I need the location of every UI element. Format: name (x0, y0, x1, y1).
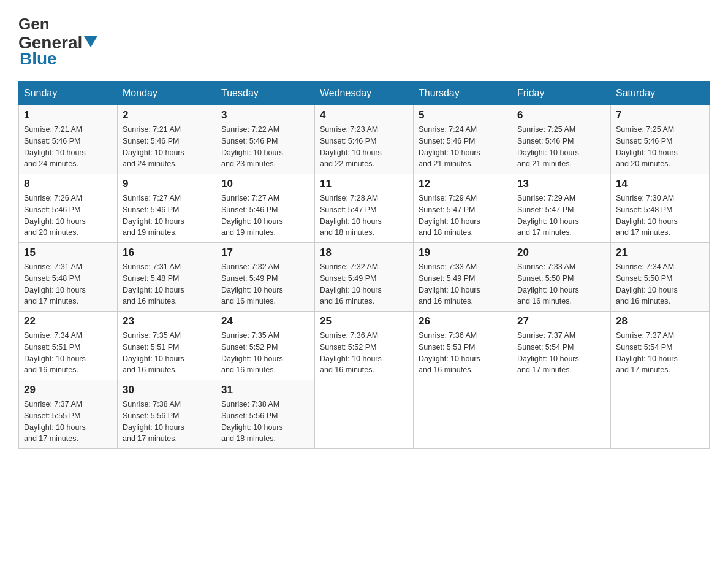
logo-blue-text: Blue (20, 49, 57, 68)
header-sunday: Sunday (19, 82, 118, 105)
day-number: 8 (24, 178, 112, 190)
day-number: 9 (123, 178, 211, 190)
day-info: Sunrise: 7:36 AMSunset: 5:52 PMDaylight:… (320, 330, 408, 376)
calendar-cell: 31Sunrise: 7:38 AMSunset: 5:56 PMDayligh… (216, 380, 315, 449)
day-info: Sunrise: 7:25 AMSunset: 5:46 PMDaylight:… (616, 124, 704, 170)
day-info: Sunrise: 7:28 AMSunset: 5:47 PMDaylight:… (320, 193, 408, 239)
calendar-cell: 5Sunrise: 7:24 AMSunset: 5:46 PMDaylight… (414, 105, 512, 174)
day-info: Sunrise: 7:32 AMSunset: 5:49 PMDaylight:… (320, 261, 408, 307)
calendar-cell: 21Sunrise: 7:34 AMSunset: 5:50 PMDayligh… (611, 243, 710, 312)
calendar-cell (512, 380, 611, 449)
calendar-cell: 23Sunrise: 7:35 AMSunset: 5:51 PMDayligh… (118, 312, 216, 380)
day-number: 17 (221, 247, 309, 259)
day-info: Sunrise: 7:34 AMSunset: 5:51 PMDaylight:… (24, 330, 112, 376)
calendar-table: SundayMondayTuesdayWednesdayThursdayFrid… (18, 81, 710, 449)
day-info: Sunrise: 7:35 AMSunset: 5:52 PMDaylight:… (221, 330, 309, 376)
header-monday: Monday (118, 82, 216, 105)
calendar-cell: 30Sunrise: 7:38 AMSunset: 5:56 PMDayligh… (118, 380, 216, 449)
calendar-cell: 9Sunrise: 7:27 AMSunset: 5:46 PMDaylight… (118, 174, 216, 243)
calendar-cell: 11Sunrise: 7:28 AMSunset: 5:47 PMDayligh… (315, 174, 414, 243)
day-number: 26 (419, 315, 507, 327)
day-info: Sunrise: 7:38 AMSunset: 5:56 PMDaylight:… (221, 399, 309, 445)
calendar-cell (414, 380, 512, 449)
calendar-cell: 19Sunrise: 7:33 AMSunset: 5:49 PMDayligh… (414, 243, 512, 312)
calendar-cell: 8Sunrise: 7:26 AMSunset: 5:46 PMDaylight… (19, 174, 118, 243)
day-number: 5 (419, 109, 507, 121)
calendar-cell: 13Sunrise: 7:29 AMSunset: 5:47 PMDayligh… (512, 174, 611, 243)
calendar-cell (611, 380, 710, 449)
calendar-cell: 14Sunrise: 7:30 AMSunset: 5:48 PMDayligh… (611, 174, 710, 243)
logo-arrow-icon (84, 36, 97, 52)
calendar-cell: 12Sunrise: 7:29 AMSunset: 5:47 PMDayligh… (414, 174, 512, 243)
day-info: Sunrise: 7:21 AMSunset: 5:46 PMDaylight:… (24, 124, 112, 170)
header-friday: Friday (512, 82, 611, 105)
day-number: 11 (320, 178, 408, 190)
calendar-week-row: 15Sunrise: 7:31 AMSunset: 5:48 PMDayligh… (19, 243, 710, 312)
calendar-cell: 28Sunrise: 7:37 AMSunset: 5:54 PMDayligh… (611, 312, 710, 380)
calendar-week-row: 22Sunrise: 7:34 AMSunset: 5:51 PMDayligh… (19, 312, 710, 380)
header-tuesday: Tuesday (216, 82, 315, 105)
day-number: 29 (24, 384, 112, 396)
day-number: 7 (616, 109, 704, 121)
calendar-cell: 24Sunrise: 7:35 AMSunset: 5:52 PMDayligh… (216, 312, 315, 380)
day-info: Sunrise: 7:31 AMSunset: 5:48 PMDaylight:… (123, 261, 211, 307)
day-info: Sunrise: 7:31 AMSunset: 5:48 PMDaylight:… (24, 261, 112, 307)
day-number: 27 (517, 315, 605, 327)
day-number: 25 (320, 315, 408, 327)
day-number: 16 (123, 247, 211, 259)
day-info: Sunrise: 7:29 AMSunset: 5:47 PMDaylight:… (517, 193, 605, 239)
day-info: Sunrise: 7:24 AMSunset: 5:46 PMDaylight:… (419, 124, 507, 170)
logo: General General Blue (18, 12, 99, 69)
calendar-cell: 7Sunrise: 7:25 AMSunset: 5:46 PMDaylight… (611, 105, 710, 174)
day-number: 1 (24, 109, 112, 121)
day-number: 14 (616, 178, 704, 190)
day-info: Sunrise: 7:29 AMSunset: 5:47 PMDaylight:… (419, 193, 507, 239)
calendar-cell: 10Sunrise: 7:27 AMSunset: 5:46 PMDayligh… (216, 174, 315, 243)
day-number: 24 (221, 315, 309, 327)
calendar-cell: 2Sunrise: 7:21 AMSunset: 5:46 PMDaylight… (118, 105, 216, 174)
header-thursday: Thursday (414, 82, 512, 105)
day-number: 6 (517, 109, 605, 121)
day-info: Sunrise: 7:37 AMSunset: 5:55 PMDaylight:… (24, 399, 112, 445)
page-header: General General Blue (18, 12, 710, 69)
calendar-cell: 16Sunrise: 7:31 AMSunset: 5:48 PMDayligh… (118, 243, 216, 312)
calendar-cell: 15Sunrise: 7:31 AMSunset: 5:48 PMDayligh… (19, 243, 118, 312)
day-info: Sunrise: 7:23 AMSunset: 5:46 PMDaylight:… (320, 124, 408, 170)
calendar-header-row: SundayMondayTuesdayWednesdayThursdayFrid… (19, 82, 710, 105)
day-number: 18 (320, 247, 408, 259)
day-info: Sunrise: 7:35 AMSunset: 5:51 PMDaylight:… (123, 330, 211, 376)
calendar-cell: 6Sunrise: 7:25 AMSunset: 5:46 PMDaylight… (512, 105, 611, 174)
day-info: Sunrise: 7:34 AMSunset: 5:50 PMDaylight:… (616, 261, 704, 307)
calendar-cell: 4Sunrise: 7:23 AMSunset: 5:46 PMDaylight… (315, 105, 414, 174)
day-info: Sunrise: 7:32 AMSunset: 5:49 PMDaylight:… (221, 261, 309, 307)
day-number: 30 (123, 384, 211, 396)
day-number: 22 (24, 315, 112, 327)
day-info: Sunrise: 7:27 AMSunset: 5:46 PMDaylight:… (221, 193, 309, 239)
calendar-cell: 22Sunrise: 7:34 AMSunset: 5:51 PMDayligh… (19, 312, 118, 380)
day-info: Sunrise: 7:25 AMSunset: 5:46 PMDaylight:… (517, 124, 605, 170)
day-info: Sunrise: 7:38 AMSunset: 5:56 PMDaylight:… (123, 399, 211, 445)
day-number: 23 (123, 315, 211, 327)
calendar-cell: 25Sunrise: 7:36 AMSunset: 5:52 PMDayligh… (315, 312, 414, 380)
day-info: Sunrise: 7:33 AMSunset: 5:50 PMDaylight:… (517, 261, 605, 307)
calendar-cell: 29Sunrise: 7:37 AMSunset: 5:55 PMDayligh… (19, 380, 118, 449)
day-info: Sunrise: 7:33 AMSunset: 5:49 PMDaylight:… (419, 261, 507, 307)
day-number: 15 (24, 247, 112, 259)
calendar-cell: 20Sunrise: 7:33 AMSunset: 5:50 PMDayligh… (512, 243, 611, 312)
svg-marker-1 (84, 36, 97, 47)
calendar-cell: 3Sunrise: 7:22 AMSunset: 5:46 PMDaylight… (216, 105, 315, 174)
svg-text:General: General (18, 15, 48, 33)
calendar-cell (315, 380, 414, 449)
day-info: Sunrise: 7:22 AMSunset: 5:46 PMDaylight:… (221, 124, 309, 170)
calendar-cell: 26Sunrise: 7:36 AMSunset: 5:53 PMDayligh… (414, 312, 512, 380)
calendar-week-row: 29Sunrise: 7:37 AMSunset: 5:55 PMDayligh… (19, 380, 710, 449)
day-info: Sunrise: 7:36 AMSunset: 5:53 PMDaylight:… (419, 330, 507, 376)
header-saturday: Saturday (611, 82, 710, 105)
day-info: Sunrise: 7:21 AMSunset: 5:46 PMDaylight:… (123, 124, 211, 170)
calendar-cell: 1Sunrise: 7:21 AMSunset: 5:46 PMDaylight… (19, 105, 118, 174)
day-info: Sunrise: 7:26 AMSunset: 5:46 PMDaylight:… (24, 193, 112, 239)
day-info: Sunrise: 7:37 AMSunset: 5:54 PMDaylight:… (616, 330, 704, 376)
day-number: 28 (616, 315, 704, 327)
day-number: 10 (221, 178, 309, 190)
day-number: 21 (616, 247, 704, 259)
